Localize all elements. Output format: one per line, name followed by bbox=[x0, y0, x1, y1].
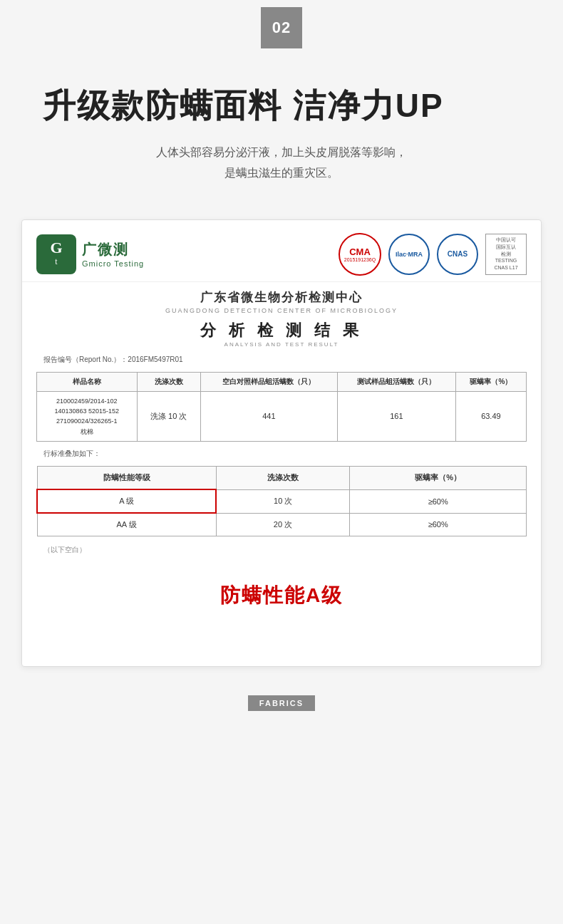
cert-logo-left: G t 广微测 Gmicro Testing bbox=[36, 234, 144, 274]
cert-org-name: 广东省微生物分析检测中心 bbox=[36, 289, 527, 306]
std-cell-rate-a: ≥60% bbox=[350, 489, 527, 513]
cma-number: 2015191236Q bbox=[344, 257, 376, 262]
cnas-label: CNAS bbox=[448, 250, 468, 258]
cert-section-title-main: 分 析 检 测 结 果 bbox=[36, 320, 527, 341]
table-row: 210002459/2014-102140130863 52015-152271… bbox=[37, 391, 527, 442]
cert-report-no: 报告编号（Report No.）：2016FM5497R01 bbox=[22, 351, 541, 369]
china-badge: 中国认可 国际互认 检测 TESTING CNAS L17 bbox=[485, 234, 527, 275]
col-header-rate: 驱螨率（%） bbox=[455, 372, 526, 391]
cell-name: 210002459/2014-102140130863 52015-152271… bbox=[37, 391, 138, 442]
cell-test: 161 bbox=[337, 391, 455, 442]
china-line4: TESTING bbox=[495, 257, 517, 264]
cert-logo-text: 广微测 Gmicro Testing bbox=[82, 240, 144, 268]
std-cell-rate-aa: ≥60% bbox=[350, 513, 527, 536]
cert-section-title: 分 析 检 测 结 果 ANALYSIS AND TEST RESULT bbox=[22, 317, 541, 351]
ilac-badge: Ilac·MRA bbox=[388, 234, 430, 275]
std-cell-level-a: A 级 bbox=[37, 489, 216, 513]
cell-control: 441 bbox=[200, 391, 337, 442]
cell-washes: 洗涤 10 次 bbox=[137, 391, 200, 442]
china-line2: 国际互认 bbox=[496, 244, 516, 251]
sub-title-line1: 人体头部容易分泌汗液，加上头皮屑脱落等影响， bbox=[156, 146, 407, 158]
gmicro-logo-icon: G t bbox=[36, 234, 76, 274]
cert-logos-right: CMA 2015191236Q Ilac·MRA CNAS 中国认可 国际互认 … bbox=[339, 233, 527, 276]
sub-title: 人体头部容易分泌汗液，加上头皮屑脱落等影响， 是螨虫滋生的重灾区。 bbox=[0, 135, 563, 205]
sub-title-line2: 是螨虫滋生的重灾区。 bbox=[224, 167, 339, 179]
certificate-card: G t 广微测 Gmicro Testing CMA 2015191236Q I… bbox=[21, 219, 542, 668]
col-header-test: 测试样品蛆活螨数（只） bbox=[337, 372, 455, 391]
cert-section-subtitle: ANALYSIS AND TEST RESULT bbox=[36, 341, 527, 348]
std-row-aa: AA 级 20 次 ≥60% bbox=[37, 513, 527, 536]
ilac-label: Ilac·MRA bbox=[396, 251, 423, 258]
std-cell-level-aa: AA 级 bbox=[37, 513, 216, 536]
cnas-badge: CNAS bbox=[437, 234, 478, 275]
cma-label: CMA bbox=[349, 246, 371, 257]
china-line3: 检测 bbox=[501, 251, 511, 258]
cma-badge: CMA 2015191236Q bbox=[339, 233, 381, 276]
china-line1: 中国认可 bbox=[496, 237, 516, 244]
cell-rate: 63.49 bbox=[455, 391, 526, 442]
logo-main-text: 广微测 bbox=[82, 240, 144, 259]
cert-center-title: 广东省微生物分析检测中心 GUANGDONG DETECTION CENTER … bbox=[22, 282, 541, 317]
cert-red-result: 防螨性能A级 bbox=[22, 561, 541, 623]
cert-standard-table: 防螨性能等级 洗涤次数 驱螨率（%） A 级 10 次 ≥60% AA 级 20… bbox=[36, 466, 527, 536]
top-badge-container: 02 bbox=[0, 0, 563, 48]
logo-sub-text: Gmicro Testing bbox=[82, 259, 144, 268]
step-badge: 02 bbox=[261, 7, 302, 48]
std-cell-washes-aa: 20 次 bbox=[216, 513, 350, 536]
svg-text:G: G bbox=[50, 239, 62, 256]
main-title: 升级款防螨面料 洁净力UP bbox=[0, 63, 563, 135]
std-cell-washes-a: 10 次 bbox=[216, 489, 350, 513]
bottom-badge: FABRICS bbox=[248, 695, 315, 711]
cert-note: 行标准叠加如下： bbox=[22, 445, 541, 463]
bottom-badge-container: FABRICS bbox=[0, 695, 563, 725]
col-header-control: 空白对照样品蛆活螨数（只） bbox=[200, 372, 337, 391]
cert-blank: （以下空白） bbox=[22, 539, 541, 561]
cert-header: G t 广微测 Gmicro Testing CMA 2015191236Q I… bbox=[22, 220, 541, 282]
cert-spacer bbox=[22, 623, 541, 666]
std-row-a: A 级 10 次 ≥60% bbox=[37, 489, 527, 513]
std-col-rate: 驱螨率（%） bbox=[350, 467, 527, 490]
cert-org-subtitle: GUANGDONG DETECTION CENTER OF MICROBIOLO… bbox=[36, 307, 527, 314]
col-header-name: 样品名称 bbox=[37, 372, 138, 391]
cert-main-table: 样品名称 洗涤次数 空白对照样品蛆活螨数（只） 测试样品蛆活螨数（只） 驱螨率（… bbox=[36, 372, 527, 442]
china-line5: CNAS L17 bbox=[494, 264, 517, 271]
col-header-washes: 洗涤次数 bbox=[137, 372, 200, 391]
std-col-level: 防螨性能等级 bbox=[37, 467, 216, 490]
std-col-washes: 洗涤次数 bbox=[216, 467, 350, 490]
